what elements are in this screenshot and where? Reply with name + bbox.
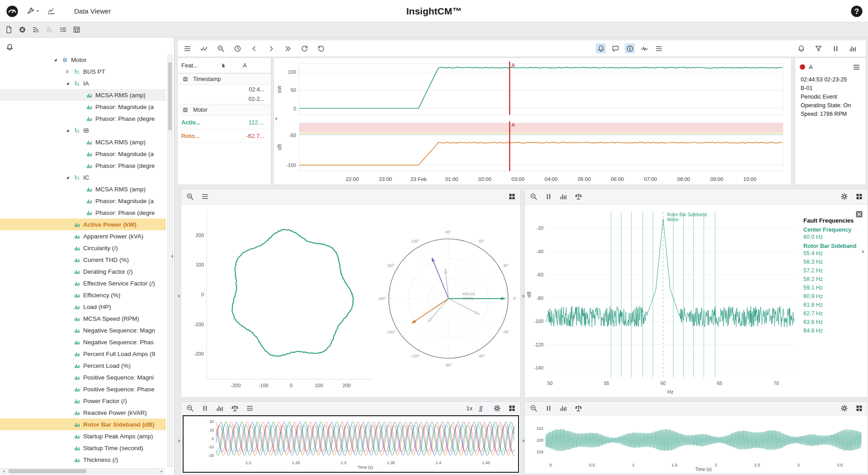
pause-icon[interactable]	[200, 404, 210, 413]
bell-icon[interactable]	[596, 43, 606, 53]
tree-item[interactable]: Circularity (/)	[0, 242, 166, 254]
dashboard-icon[interactable]	[5, 5, 19, 18]
expand-panel-icon[interactable]	[521, 438, 527, 444]
table-row[interactable]: Roto... -62.7...	[178, 129, 271, 143]
integral-icon[interactable]: ∫∫	[477, 404, 487, 413]
tree-item[interactable]: Rotor Bar Sideband (dB)	[0, 418, 166, 430]
rss-dim-icon[interactable]	[44, 25, 54, 35]
collapse-feature-table-icon[interactable]	[273, 116, 279, 122]
tree-item[interactable]: MCSA RMS (amp)	[0, 89, 166, 101]
zoom-out-icon[interactable]	[185, 404, 195, 413]
event-menu-icon[interactable]	[851, 62, 861, 72]
comment-icon[interactable]	[610, 43, 620, 53]
tree-item[interactable]: IB	[0, 124, 166, 136]
tree-item[interactable]: Percent Full Load Amps (9	[0, 348, 166, 360]
scrollbar-thumb[interactable]	[168, 62, 172, 130]
list-icon[interactable]	[58, 25, 68, 35]
tree-item[interactable]: Phasor: Phase (degre	[0, 160, 166, 171]
tree-item[interactable]: Derating Factor (/)	[0, 266, 166, 277]
tree-item[interactable]: Positive Sequence: Phase	[0, 383, 166, 395]
collapse-group-icon[interactable]	[180, 105, 190, 115]
tools-menu-button[interactable]	[25, 6, 40, 16]
rms-waveform-chart[interactable]: 22222021800.511.522.533.5Time (s)	[525, 415, 866, 472]
scroll-left-icon[interactable]	[1, 469, 7, 474]
tree-item[interactable]: Negative Sequence: Phas	[0, 336, 166, 348]
zoom-out-icon[interactable]	[185, 192, 195, 202]
balance-icon[interactable]	[230, 404, 240, 413]
tree-item[interactable]: Phasor: Phase (degre	[0, 207, 166, 218]
spectrum-chart[interactable]: -20-40-60-80-100-120-1405055606570HzdBRo…	[525, 204, 799, 396]
pause-icon[interactable]	[830, 43, 840, 53]
tree-item[interactable]: BUS PT	[0, 66, 166, 77]
tree-item[interactable]: MCSA Speed (RPM)	[0, 313, 166, 324]
redo-icon[interactable]	[316, 43, 326, 53]
zoom-out-icon[interactable]	[528, 192, 538, 202]
histo-icon[interactable]	[215, 404, 225, 413]
data-viewer-icon[interactable]	[46, 6, 56, 16]
grid-icon[interactable]	[854, 404, 864, 413]
tree-item[interactable]: Thickness (/)	[0, 454, 166, 466]
refresh-icon[interactable]	[299, 43, 309, 53]
zoom-level-label[interactable]: 1x	[466, 405, 472, 412]
tree-item[interactable]: Phasor: Magnitude (a	[0, 195, 166, 207]
scrollbar-thumb[interactable]	[9, 469, 86, 473]
collapse-arrow-icon[interactable]	[63, 79, 72, 87]
tree-item[interactable]: Startup Peak Amps (amp)	[0, 430, 166, 442]
collapse-arrow-icon[interactable]	[63, 173, 72, 181]
expand-right-panel-icon[interactable]	[860, 249, 866, 255]
tree-item[interactable]: IC	[0, 171, 166, 183]
expand-panel-icon[interactable]	[521, 293, 527, 299]
tree-item[interactable]: Startup Time (second)	[0, 442, 166, 454]
grid-icon[interactable]	[507, 192, 517, 202]
tree-vertical-scrollbar[interactable]	[167, 55, 173, 467]
zoom-out-icon[interactable]	[216, 43, 226, 53]
close-icon[interactable]	[854, 209, 864, 219]
expand-panel-icon[interactable]	[176, 438, 182, 444]
rss-icon[interactable]	[31, 25, 41, 35]
histo-icon[interactable]	[558, 192, 568, 202]
pulse-icon[interactable]	[639, 43, 649, 53]
tree-item[interactable]: Negative Sequence: Magn	[0, 324, 166, 336]
tree-item[interactable]: Apparent Power (kVA)	[0, 230, 166, 242]
tree-item[interactable]: MCSA RMS (amp)	[0, 136, 166, 148]
phase-waveform-chart[interactable]: 20100-10-201.21.251.31.351.41.45Time (s)	[184, 416, 518, 470]
scroll-right-icon[interactable]	[159, 469, 164, 474]
histo-icon[interactable]	[848, 43, 858, 53]
menu-icon[interactable]	[182, 43, 192, 53]
histo-icon[interactable]	[558, 404, 568, 413]
tree-item[interactable]: Power Factor (/)	[0, 395, 166, 407]
phasor-chart[interactable]: 0°30°60°90°120°150°180°-150°-120°-90°-60…	[378, 204, 519, 396]
chev-dright-icon[interactable]	[283, 43, 292, 53]
feature-column-header[interactable]: Feat...	[181, 62, 198, 69]
cursor-pointer-icon[interactable]	[219, 61, 229, 71]
clock-icon[interactable]	[232, 43, 242, 53]
grid-icon[interactable]	[507, 404, 517, 413]
zoom-out-icon[interactable]	[528, 404, 538, 413]
selected-chart-frame[interactable]: 20100-10-201.21.251.31.351.41.45Time (s)	[183, 415, 519, 473]
file-icon[interactable]	[4, 25, 14, 35]
chev-left-icon[interactable]	[249, 43, 259, 53]
menu-icon[interactable]	[200, 192, 210, 202]
filter-icon[interactable]	[813, 43, 823, 53]
circularity-chart[interactable]: -200-1000100200-200-1000100200	[181, 204, 378, 396]
balance-icon[interactable]	[573, 404, 583, 413]
balance-icon[interactable]	[573, 192, 583, 202]
tree-item[interactable]: Phasor: Phase (degre	[0, 113, 166, 124]
tree-item[interactable]: Phasor: Magnitude (a	[0, 148, 166, 160]
tree-item[interactable]: Effective Service Factor (/)	[0, 277, 166, 289]
tree-item[interactable]: Percent Load (%)	[0, 360, 166, 371]
tree-item[interactable]: Positive Sequence: Magni	[0, 371, 166, 383]
cursor-a-column-header[interactable]: A	[231, 62, 271, 69]
chev-right-icon[interactable]	[266, 43, 276, 53]
pause-icon[interactable]	[543, 192, 553, 202]
grid-icon[interactable]	[854, 192, 864, 202]
feature-group-row[interactable]: Motor	[178, 104, 271, 116]
menu-icon[interactable]	[654, 43, 664, 53]
tree-item[interactable]: Reactive Power (kVAR)	[0, 407, 166, 418]
tree-item[interactable]: Phasor: Magnitude (a	[0, 101, 166, 113]
gear-icon[interactable]	[492, 404, 502, 413]
menu-icon[interactable]	[245, 404, 255, 413]
expand-arrow-icon[interactable]	[63, 67, 72, 76]
tree-item[interactable]: MCSA RMS (amp)	[0, 183, 166, 195]
trend-chart[interactable]: 100500kWA-50-100dBA22:0023:0023 Feb01:00…	[274, 58, 791, 185]
